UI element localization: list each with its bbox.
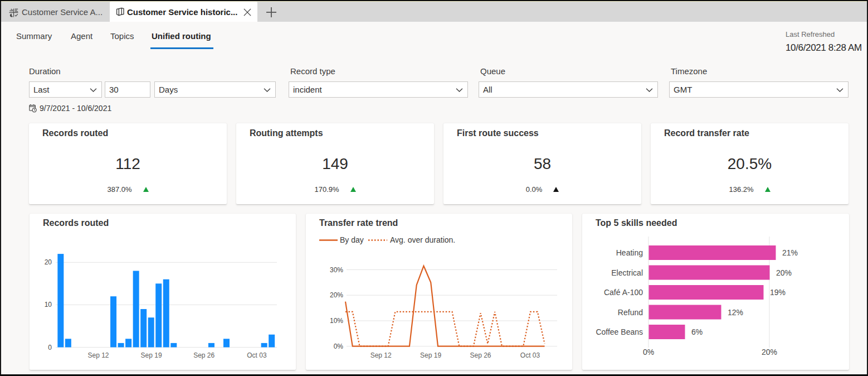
svg-text:Heating: Heating <box>616 248 643 257</box>
svg-text:Oct 03: Oct 03 <box>520 351 540 359</box>
svg-text:Sep 12: Sep 12 <box>370 351 392 359</box>
svg-text:Electrical: Electrical <box>611 268 643 277</box>
svg-text:19%: 19% <box>770 288 786 297</box>
svg-text:By day: By day <box>340 235 364 244</box>
svg-text:Sep 19: Sep 19 <box>141 351 162 359</box>
svg-text:20%: 20% <box>330 291 343 299</box>
svg-text:0%: 0% <box>643 348 654 356</box>
svg-text:12%: 12% <box>728 308 743 317</box>
svg-text:Coffee Beans: Coffee Beans <box>596 327 643 336</box>
svg-text:Café A-100: Café A-100 <box>604 288 643 297</box>
svg-text:0%: 0% <box>334 343 344 350</box>
svg-text:30%: 30% <box>330 266 343 274</box>
svg-text:20: 20 <box>45 258 52 266</box>
svg-text:Sep 26: Sep 26 <box>193 351 214 359</box>
svg-text:Avg. over duration.: Avg. over duration. <box>390 235 455 244</box>
svg-text:21%: 21% <box>782 248 798 257</box>
svg-text:10%: 10% <box>330 317 343 325</box>
svg-text:10: 10 <box>45 301 52 308</box>
svg-text:6%: 6% <box>691 327 703 336</box>
svg-text:20%: 20% <box>776 268 792 277</box>
svg-text:0: 0 <box>48 344 52 351</box>
svg-text:20%: 20% <box>762 348 777 356</box>
svg-text:Sep 19: Sep 19 <box>420 351 441 359</box>
svg-text:Sep 12: Sep 12 <box>87 351 109 359</box>
svg-text:Sep 26: Sep 26 <box>470 351 491 359</box>
svg-text:Refund: Refund <box>618 308 643 317</box>
svg-text:Oct 03: Oct 03 <box>247 351 267 359</box>
